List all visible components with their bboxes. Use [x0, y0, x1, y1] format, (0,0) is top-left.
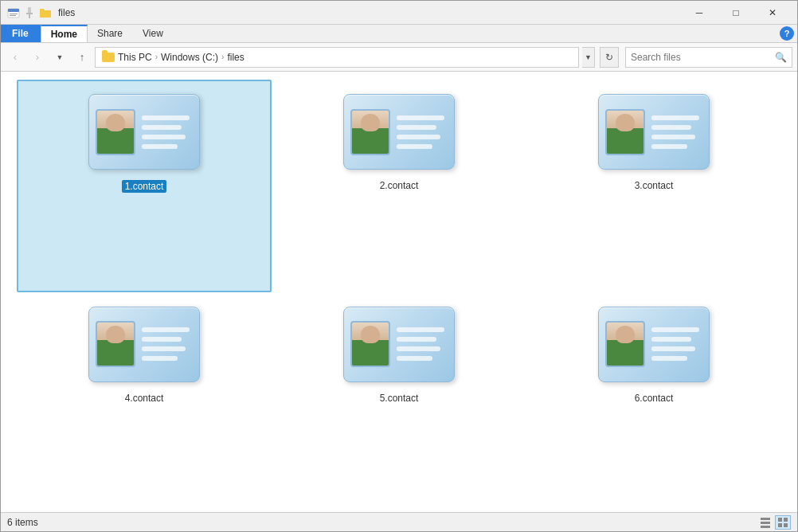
address-dropdown-button[interactable]: ▼ — [582, 47, 595, 68]
app-icon — [7, 6, 20, 19]
path-sep-1: › — [155, 53, 158, 61]
search-input[interactable] — [631, 52, 772, 63]
list-item[interactable]: 3.contact — [526, 80, 781, 292]
details-view-button[interactable] — [757, 515, 773, 530]
folder-icon — [39, 6, 52, 19]
large-icons-view-button[interactable] — [775, 515, 791, 530]
contact-lines — [142, 115, 193, 149]
list-item[interactable]: 6.contact — [526, 292, 781, 505]
svg-rect-7 — [761, 518, 770, 520]
file-grid: 1.contact 2.contact — [1, 72, 797, 512]
refresh-button[interactable]: ↻ — [600, 47, 619, 68]
file-label: 5.contact — [380, 393, 419, 404]
avatar — [605, 109, 645, 155]
window-title: files — [58, 7, 681, 18]
svg-rect-1 — [8, 9, 19, 12]
address-bar: ‹ › ▼ ↑ This PC › Windows (C:) › files ▼… — [1, 43, 797, 72]
svg-rect-5 — [26, 13, 33, 14]
svg-rect-4 — [28, 7, 31, 14]
avatar — [350, 321, 390, 367]
svg-rect-3 — [10, 15, 16, 16]
contact-lines — [397, 327, 448, 361]
svg-rect-8 — [761, 522, 770, 524]
dropdown-recent-button[interactable]: ▼ — [50, 48, 69, 67]
svg-rect-13 — [784, 523, 788, 527]
contact-icon — [598, 307, 710, 386]
status-bar: 6 items — [1, 512, 797, 531]
title-bar: files ─ □ ✕ — [1, 1, 797, 25]
avatar — [605, 321, 645, 367]
svg-rect-11 — [784, 518, 788, 522]
item-count: 6 items — [7, 517, 38, 528]
file-label: 1.contact — [122, 180, 167, 193]
forward-button[interactable]: › — [28, 48, 47, 67]
contact-lines — [651, 115, 702, 149]
contact-icon — [598, 94, 710, 174]
file-label: 2.contact — [380, 180, 419, 191]
list-item[interactable]: 2.contact — [272, 80, 526, 292]
title-bar-icons — [7, 6, 52, 19]
contact-icon — [343, 94, 455, 174]
path-drive: Windows (C:) — [161, 52, 218, 63]
tab-share[interactable]: Share — [88, 25, 133, 42]
file-label: 4.contact — [125, 393, 164, 404]
address-path[interactable]: This PC › Windows (C:) › files — [95, 47, 579, 68]
path-thispc: This PC — [118, 52, 152, 63]
file-label: 3.contact — [635, 180, 674, 191]
file-label: 6.contact — [635, 393, 674, 404]
tab-home[interactable]: Home — [41, 25, 88, 42]
pin-icon — [23, 6, 36, 19]
ribbon: File Home Share View ? — [1, 25, 797, 43]
view-controls — [757, 515, 791, 530]
contact-icon — [88, 94, 200, 174]
search-icon[interactable]: 🔍 — [775, 52, 787, 63]
contact-icon — [343, 307, 455, 386]
contact-lines — [142, 327, 193, 361]
ribbon-tabs: File Home Share View ? — [1, 25, 797, 42]
contact-icon — [88, 307, 200, 386]
up-button[interactable]: ↑ — [72, 48, 92, 67]
title-bar-controls: ─ □ ✕ — [681, 1, 791, 25]
main-content: 1.contact 2.contact — [1, 72, 797, 512]
avatar — [350, 109, 390, 155]
svg-rect-2 — [10, 14, 18, 14]
svg-rect-9 — [761, 526, 770, 528]
list-item[interactable]: 1.contact — [17, 80, 272, 292]
minimize-button[interactable]: ─ — [681, 1, 718, 25]
close-button[interactable]: ✕ — [754, 1, 791, 25]
contact-lines — [397, 115, 448, 149]
tab-view[interactable]: View — [133, 25, 174, 42]
help-button[interactable]: ? — [780, 26, 794, 41]
tab-file[interactable]: File — [1, 25, 41, 42]
list-item[interactable]: 5.contact — [272, 292, 526, 505]
avatar — [96, 321, 135, 367]
search-box[interactable]: 🔍 — [625, 47, 792, 68]
contact-lines — [651, 327, 702, 361]
avatar — [96, 109, 135, 155]
maximize-button[interactable]: □ — [718, 1, 754, 25]
path-folder: files — [227, 52, 244, 63]
back-button[interactable]: ‹ — [6, 48, 25, 67]
path-sep-2: › — [221, 53, 224, 61]
svg-rect-10 — [778, 518, 782, 522]
list-item[interactable]: 4.contact — [17, 292, 272, 505]
svg-rect-12 — [778, 523, 782, 527]
path-folder-icon — [102, 53, 115, 62]
